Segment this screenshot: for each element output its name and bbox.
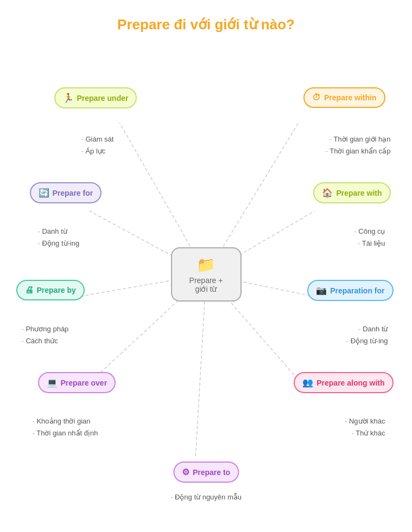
to-item-1: Động từ nguyên mẫu xyxy=(170,491,242,503)
along-item-1: Người khác xyxy=(345,415,385,427)
node-for: 🔄 Prepare for xyxy=(30,182,102,203)
by-label: Prepare by xyxy=(37,286,76,294)
over-item-1: Khoảng thời gian xyxy=(33,415,98,427)
with-label: Prepare with xyxy=(336,189,382,197)
under-item-1: Giám sát xyxy=(81,133,114,145)
to-labels: Động từ nguyên mẫu xyxy=(170,491,242,503)
for-icon: 🔄 xyxy=(39,188,49,198)
with-labels: Công cụ Tài liệu xyxy=(354,226,385,249)
within-labels: Thời gian giới hạn Thời gian khẩn cấp xyxy=(326,133,391,157)
node-along: 👥 Prepare along with xyxy=(294,372,393,393)
within-icon: ⏱ xyxy=(312,93,321,102)
prepfor-item-1: Danh từ xyxy=(346,323,388,335)
to-label: Prepare to xyxy=(193,468,230,477)
under-item-2: Áp lực xyxy=(81,145,114,157)
under-label: Prepare under xyxy=(77,94,129,102)
prepfor-item-2: Động từ-ing xyxy=(346,335,388,347)
with-icon: 🏠 xyxy=(322,188,333,198)
along-item-2: Thứ khác xyxy=(345,427,385,439)
node-over: 💻 Prepare over xyxy=(38,372,116,393)
along-labels: Người khác Thứ khác xyxy=(345,415,385,439)
within-label: Prepare within xyxy=(324,93,376,102)
over-item-2: Thời gian nhất định xyxy=(33,427,98,439)
folder-icon: 📁 xyxy=(197,256,215,274)
over-label: Prepare over xyxy=(61,379,107,387)
along-icon: 👥 xyxy=(302,377,313,388)
node-with: 🏠 Prepare with xyxy=(313,182,390,203)
diagram: 📁 Prepare + giới từ 🏃 Prepare under Giám… xyxy=(11,49,402,499)
under-icon: 🏃 xyxy=(63,93,74,103)
node-within: ⏱ Prepare within xyxy=(303,87,385,108)
within-item-2: Thời gian khẩn cấp xyxy=(326,145,391,157)
node-to: ⚙ Prepare to xyxy=(173,462,239,483)
prepfor-labels: Danh từ Động từ-ing xyxy=(346,323,388,347)
svg-line-8 xyxy=(195,274,206,459)
node-prepfor: 📷 Preparation for xyxy=(307,280,393,301)
node-under: 🏃 Prepare under xyxy=(54,87,137,108)
prepfor-icon: 📷 xyxy=(316,285,327,296)
by-item-2: Cách thức xyxy=(22,335,69,347)
page-title: Prepare đi với giới từ nào? xyxy=(117,16,295,33)
to-icon: ⚙ xyxy=(182,467,189,477)
center-text: Prepare + giới từ xyxy=(189,276,223,293)
for-label: Prepare for xyxy=(53,189,93,197)
node-by: 🖨 Prepare by xyxy=(16,280,85,300)
with-item-1: Công cụ xyxy=(354,226,385,238)
by-item-1: Phương pháp xyxy=(22,323,69,335)
over-labels: Khoảng thời gian Thời gian nhất định xyxy=(33,415,98,439)
under-labels: Giám sát Áp lực xyxy=(81,133,114,157)
by-labels: Phương pháp Cách thức xyxy=(22,323,69,347)
along-label: Prepare along with xyxy=(316,379,384,387)
by-icon: 🖨 xyxy=(25,285,34,295)
within-item-1: Thời gian giới hạn xyxy=(326,133,391,145)
prepfor-label: Preparation for xyxy=(330,286,384,295)
with-item-2: Tài liệu xyxy=(354,238,385,249)
center-node: 📁 Prepare + giới từ xyxy=(171,247,242,302)
over-icon: 💻 xyxy=(47,377,58,388)
for-item-2: Động từ-ing xyxy=(38,238,80,249)
for-labels: Danh từ Động từ-ing xyxy=(38,226,80,249)
for-item-1: Danh từ xyxy=(38,226,80,238)
